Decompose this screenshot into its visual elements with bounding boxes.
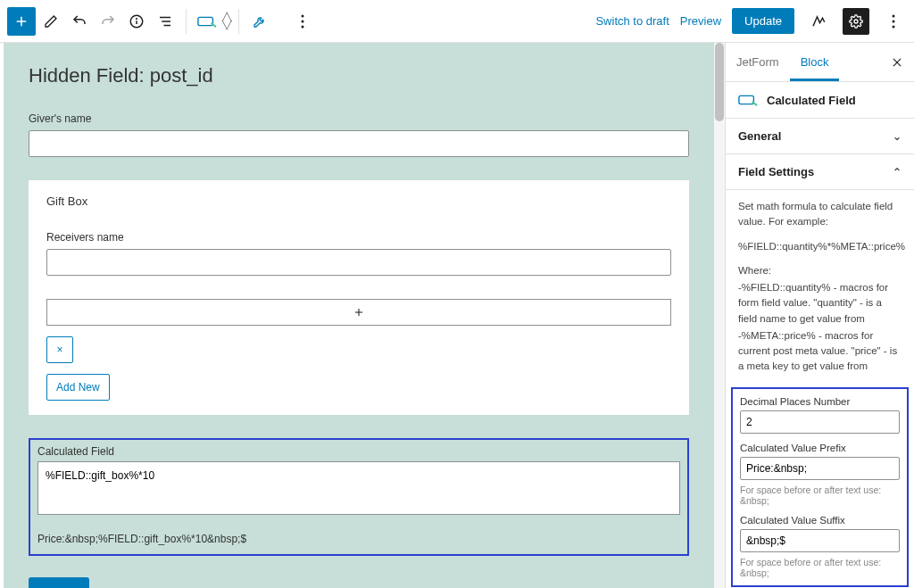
update-button[interactable]: Update [732,8,794,34]
help-intro: Set math formula to calculate field valu… [738,199,902,230]
block-header: Calculated Field [726,82,914,119]
scrollbar-track[interactable] [714,43,725,588]
svg-point-22 [755,104,757,105]
decimal-places-label: Decimal Places Number [740,396,900,407]
switch-to-draft-link[interactable]: Switch to draft [595,14,669,28]
help-meta-macro: -%META::price% - macros for current post… [738,328,902,375]
receivers-name-input[interactable] [46,249,671,276]
sidebar-tabs: JetForm Block [726,43,914,82]
tab-jetform[interactable]: JetForm [726,43,790,81]
svg-rect-21 [739,95,754,104]
calculated-field-output: Price:&nbsp;%FIELD::gift_box%*10&nbsp;$ [37,533,680,545]
toolbar-left: ╱╲ ╲╱ [7,7,316,36]
more-options-icon[interactable] [880,8,907,35]
redo-icon[interactable] [95,8,121,35]
add-new-button[interactable]: Add New [46,374,110,401]
help-example: %FIELD::quantity%*%META::price% [738,239,902,254]
svg-point-15 [893,20,895,22]
editor-canvas[interactable]: Hidden Field: post_id Giver's name Gift … [4,43,714,588]
settings-sidebar: JetForm Block Calculated Field General ⌄… [725,43,914,588]
calculated-field-icon [738,93,758,107]
section-general[interactable]: General ⌄ [726,119,914,154]
add-inner-block-button[interactable] [46,299,671,326]
add-block-icon[interactable] [7,7,36,36]
calculated-field-block[interactable]: Calculated Field Price:&nbsp;%FIELD::gif… [29,438,689,556]
plus-icon [353,306,365,319]
remove-item-button[interactable]: × [46,336,73,363]
preview-link[interactable]: Preview [680,14,721,28]
prefix-input[interactable] [740,457,900,480]
svg-rect-8 [198,17,213,25]
calculated-field-label: Calculated Field [37,445,680,458]
scrollbar-thumb[interactable] [715,43,724,121]
gift-box-title: Gift Box [46,195,671,208]
more-icon[interactable] [289,8,316,35]
givers-name-input[interactable] [29,130,689,157]
info-icon[interactable] [123,8,150,35]
gift-box-group: Gift Box Receivers name × Add New [29,180,689,415]
prefix-help: For space before or after text use: &nbs… [740,484,900,506]
svg-point-4 [137,18,137,19]
close-sidebar-button[interactable] [880,43,914,81]
close-icon [891,56,903,69]
svg-point-10 [302,14,304,17]
submit-button[interactable]: Submit [29,577,89,588]
section-field-settings[interactable]: Field Settings ⌃ [726,154,914,190]
block-title: Calculated Field [767,94,856,107]
top-toolbar: ╱╲ ╲╱ Switch to draft Preview Update [0,0,914,43]
help-field-macro: -%FIELD::quantity% - macros for form fie… [738,280,902,327]
toolbar-right: Switch to draft Preview Update [595,8,907,35]
move-updown[interactable]: ╱╲ ╲╱ [222,13,231,29]
outline-icon[interactable] [152,8,179,35]
field-settings-help: Set math formula to calculate field valu… [726,190,914,384]
suffix-help: For space before or after text use: &nbs… [740,557,900,578]
svg-point-9 [214,25,216,27]
edit-icon[interactable] [37,8,64,35]
suffix-input[interactable] [740,529,900,552]
crocoblock-icon[interactable] [805,8,832,35]
svg-point-13 [854,20,858,23]
help-where: Where: [738,263,902,278]
separator [186,9,187,34]
svg-point-16 [893,25,895,28]
tab-block[interactable]: Block [790,43,840,81]
chevron-down-icon: ╲╱ [222,21,231,29]
calculated-field-textarea[interactable] [37,461,680,515]
svg-point-11 [302,20,304,22]
section-general-label: General [738,129,781,143]
chevron-down-icon: ⌄ [893,130,902,143]
settings-icon[interactable] [843,8,869,35]
suffix-label: Calculated Value Suffix [740,515,900,526]
decimal-places-input[interactable] [740,410,900,434]
chevron-up-icon: ⌃ [893,166,902,178]
page-title: Hidden Field: post_id [29,64,689,87]
svg-point-12 [302,25,304,28]
workspace: Hidden Field: post_id Giver's name Gift … [0,43,914,588]
field-settings-values: Decimal Places Number Calculated Value P… [731,387,909,587]
editor-canvas-wrap: Hidden Field: post_id Giver's name Gift … [0,43,725,588]
section-field-settings-label: Field Settings [738,165,814,178]
separator [238,9,239,34]
prefix-label: Calculated Value Prefix [740,443,900,453]
svg-point-14 [893,14,895,17]
undo-icon[interactable] [66,8,93,35]
receivers-name-label: Receivers name [46,231,671,244]
form-block-icon[interactable] [194,8,220,35]
givers-name-label: Giver's name [29,112,689,125]
wrench-icon[interactable] [246,8,273,35]
